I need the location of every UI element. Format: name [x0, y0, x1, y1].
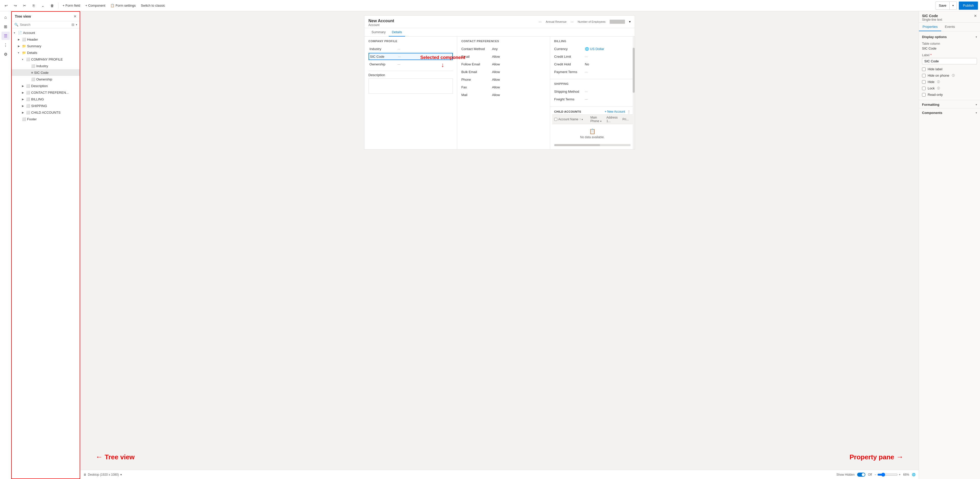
tree-item-industry[interactable]: ⬜ Industry [12, 63, 80, 69]
save-dropdown-button[interactable]: ▾ [949, 2, 956, 10]
tree-item-sic-code[interactable]: ≡ SIC Code [12, 69, 80, 76]
tree-icon-ownership: ⬜ [31, 77, 35, 81]
bill-value-payment-terms: --- [585, 70, 588, 73]
cp-label-fax: Fax [461, 85, 492, 89]
formatting-header[interactable]: Formatting ▾ [919, 100, 980, 108]
lock-checkbox[interactable] [922, 87, 926, 90]
child-accounts-more[interactable]: ⋮ [627, 110, 631, 113]
components-header[interactable]: Components ▾ [919, 108, 980, 116]
chevron-down-icon[interactable]: ▾ [76, 23, 77, 26]
zoom-plus[interactable]: + [899, 473, 900, 476]
tree-item-billing[interactable]: ▶ ⬜ BILLING [12, 96, 80, 102]
field-row-ownership[interactable]: Ownership --- [369, 60, 453, 68]
rp-tab-events[interactable]: Events [941, 23, 959, 31]
history-button[interactable]: ⌄ [39, 2, 47, 10]
tree-item-description[interactable]: ▶ ⬜ Description [12, 83, 80, 89]
company-profile-title: COMPANY PROFILE [369, 40, 453, 43]
form-field-button[interactable]: + Form field [60, 2, 82, 10]
bill-row-credit-limit: Credit Limit --- [554, 53, 631, 60]
delete-button[interactable]: 🗑 [48, 2, 56, 10]
monitor-icon: 🖥 [83, 473, 86, 476]
tree-item-account[interactable]: ▾ 📄 Account [12, 29, 80, 36]
nav-home-button[interactable]: ⌂ [2, 13, 10, 21]
filter-icon[interactable]: ⊟ [72, 23, 74, 27]
rp-tab-properties[interactable]: Properties [919, 23, 941, 31]
field-row-industry[interactable]: Industry --- [369, 45, 453, 53]
show-hidden-toggle[interactable] [857, 473, 865, 477]
viewport-chevron[interactable]: ▾ [120, 473, 122, 476]
shipping-title: SHIPPING [554, 82, 631, 85]
nav-settings-button[interactable]: ⚙ [2, 50, 10, 58]
header-dots-2[interactable]: ··· [571, 20, 574, 24]
hide-checkbox[interactable] [922, 80, 926, 84]
treeview-annotation: ← Tree view [95, 453, 135, 461]
tree-item-company-profile[interactable]: ▾ ⬜ COMPANY PROFILE [12, 56, 80, 63]
component-button[interactable]: + Component [83, 2, 107, 10]
tree-item-details[interactable]: ▾ 📁 Details [12, 49, 80, 56]
form-settings-button[interactable]: 📋 Form settings [108, 2, 138, 10]
tree-item-summary[interactable]: ▶ 📁 Summary [12, 43, 80, 49]
rp-tabs: Properties Events [919, 23, 980, 32]
tree-item-footer[interactable]: ⬜ Footer [12, 116, 80, 123]
child-accounts-section: CHILD ACCOUNTS + New Account ⋮ [550, 107, 635, 149]
tree-item-contact-prefs[interactable]: ▶ ⬜ CONTACT PREFEREN... [12, 89, 80, 96]
tab-details[interactable]: Details [389, 28, 405, 37]
cp-value-follow-email: Allow [492, 62, 500, 66]
copy-button[interactable]: ⎘ [30, 2, 38, 10]
save-main-button[interactable]: Save [936, 2, 950, 10]
add-account-button[interactable]: + New Account [605, 110, 625, 113]
nav-form-button[interactable]: ☰ [2, 32, 10, 40]
description-box[interactable] [369, 78, 453, 94]
cut-button[interactable]: ✂ [21, 2, 29, 10]
components-title: Components [922, 111, 942, 115]
tree-arrow-account: ▾ [14, 32, 18, 34]
tree-item-ownership[interactable]: ⬜ Ownership [12, 76, 80, 83]
hide-on-phone-info-icon[interactable]: ⓘ [952, 73, 955, 77]
field-row-sic-code[interactable]: SIC Code --- [369, 53, 453, 60]
field-label-industry: Industry [369, 47, 398, 51]
cp-value-phone: Allow [492, 78, 500, 81]
redo-button[interactable]: ↪ [11, 2, 19, 10]
empty-icon: 📋 [589, 128, 596, 134]
search-input[interactable] [20, 23, 70, 27]
lock-text: Lock [928, 86, 934, 90]
sidebar-close-button[interactable]: ✕ [73, 14, 76, 18]
hide-on-phone-checkbox[interactable] [922, 74, 926, 77]
read-only-checkbox[interactable] [922, 93, 926, 97]
rp-close-button[interactable]: ✕ [974, 14, 977, 18]
child-accounts-empty: 📋 No data available. [552, 124, 633, 143]
bill-value-currency[interactable]: 🌐 US Dollar [585, 47, 604, 51]
tab-summary[interactable]: Summary [369, 28, 389, 37]
hide-label-checkbox[interactable] [922, 67, 926, 71]
switch-classic-button[interactable]: Switch to classic [139, 2, 167, 10]
display-options-title: Display options [922, 35, 947, 39]
form-vscroll[interactable] [633, 37, 635, 149]
zoom-minus[interactable]: − [875, 473, 876, 476]
display-options-header[interactable]: Display options ▾ [919, 33, 980, 40]
ca-scrollbar[interactable] [554, 144, 631, 146]
zoom-range[interactable] [877, 473, 898, 477]
tree-item-child-accounts[interactable]: ▶ ⬜ CHILD ACCOUNTS [12, 109, 80, 116]
cp-row-fax: Fax Allow [461, 84, 546, 91]
lock-info-icon[interactable]: ⓘ [937, 86, 940, 90]
bill-row-credit-hold: Credit Hold No [554, 60, 631, 68]
tree-icon-header: ⬜ [22, 38, 26, 41]
header-dots-1[interactable]: ··· [539, 20, 542, 24]
rp-title: SIC Code [922, 14, 942, 18]
propertypane-label: Property pane [850, 453, 894, 461]
toggle-track[interactable] [857, 473, 865, 477]
form-header-num-employees: Number of Employees [578, 20, 606, 23]
form-header-dropdown[interactable]: ▾ [629, 20, 631, 24]
undo-button[interactable]: ↩ [2, 2, 10, 10]
nav-data-button[interactable]: ⋮ [2, 41, 10, 49]
nav-grid-button[interactable]: ⊞ [2, 22, 10, 31]
publish-button[interactable]: Publish [959, 2, 978, 10]
rp-label-input[interactable] [922, 58, 977, 64]
tree-label-sic-code: SIC Code [34, 71, 49, 75]
ca-select-all[interactable] [554, 118, 557, 121]
ca-col-address: Address 1... [606, 116, 622, 123]
tree-item-shipping[interactable]: ▶ ⬜ SHIPPING [12, 102, 80, 109]
bill-value-credit-limit: --- [585, 55, 588, 58]
hide-info-icon[interactable]: ⓘ [937, 80, 940, 84]
tree-item-header[interactable]: ▶ ⬜ Header [12, 36, 80, 43]
